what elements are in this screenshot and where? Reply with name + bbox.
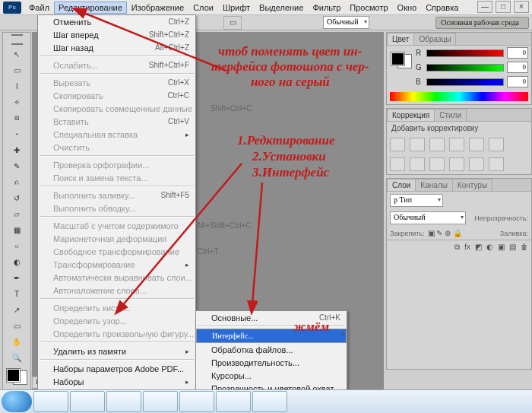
start-button[interactable] [2, 391, 32, 412]
adj-icon[interactable] [429, 138, 445, 151]
layers-panel: Слои Каналы Контуры p Тип Обычный Непроз… [386, 178, 532, 370]
adj-icon[interactable] [469, 138, 484, 151]
spectrum-ramp[interactable] [390, 92, 528, 101]
tab-paths[interactable]: Контуры [452, 179, 492, 191]
layer-filter-select[interactable]: p Тип [390, 194, 443, 207]
tab-layers[interactable]: Слои [387, 179, 416, 191]
marquee-tool[interactable]: ▭ [6, 62, 27, 78]
tab-styles[interactable]: Стили [434, 109, 467, 121]
panel-color-swatch[interactable] [390, 51, 413, 69]
eyedrop-tool[interactable]: ⁃ [6, 126, 27, 141]
r-value[interactable]: 0 [507, 47, 528, 59]
menu-item[interactable]: Курсоры... [196, 369, 347, 382]
link-icon[interactable]: ⧉ [454, 243, 460, 252]
menu-item[interactable]: Удалить из памяти▸ [38, 345, 195, 357]
maximize-button[interactable]: □ [496, 1, 511, 13]
workspace-switcher[interactable]: Основная рабочая среда [435, 17, 529, 29]
menu-item[interactable]: Наборы параметров Adobe PDF... [38, 362, 195, 375]
zoom-tool[interactable]: 🔍 [6, 350, 27, 365]
eraser-tool[interactable]: ▱ [6, 206, 27, 221]
type-tool[interactable]: T [6, 286, 27, 301]
task-button[interactable] [70, 391, 105, 412]
adj-icon[interactable] [390, 138, 405, 151]
tab-color[interactable]: Цвет [387, 33, 414, 45]
color-swatches[interactable] [5, 367, 28, 386]
brush-tool[interactable]: ✎ [6, 158, 27, 173]
tab-channels[interactable]: Каналы [415, 179, 453, 191]
adj-icon[interactable] [449, 138, 464, 151]
adjust-icons-row2 [387, 154, 531, 174]
task-button[interactable] [252, 391, 287, 412]
adj-icon[interactable] [489, 138, 504, 151]
task-button[interactable] [179, 391, 214, 412]
minimize-button[interactable]: — [477, 1, 492, 13]
menu-item[interactable]: Основные...Ctrl+K [196, 311, 347, 324]
g-value[interactable]: 0 [507, 62, 528, 73]
adj-icon[interactable] [390, 157, 405, 171]
mask-icon[interactable]: ◩ [475, 243, 482, 252]
crop-tool[interactable]: ⧈ [6, 110, 27, 125]
gradient-tool[interactable]: ▦ [6, 222, 27, 237]
lasso-tool[interactable]: ⌇ [6, 78, 27, 94]
menu-view[interactable]: Просмотр [345, 2, 392, 14]
b-slider[interactable] [426, 78, 504, 86]
adj-icon[interactable] [489, 157, 504, 171]
b-label: B [416, 78, 423, 86]
blur-tool[interactable]: ○ [6, 238, 27, 253]
layers-footer: ⧉ fx ◩ ◐ ▣ ▤ 🗑 [387, 240, 531, 254]
tab-swatches[interactable]: Образцы [413, 33, 456, 45]
menu-item[interactable]: Обработка файлов... [196, 343, 347, 356]
menu-edit[interactable]: Редактирование [54, 2, 127, 14]
fill-icon[interactable]: ◐ [486, 243, 493, 252]
menu-item[interactable]: Наборы▸ [38, 375, 195, 388]
pen-tool[interactable]: ✒ [6, 270, 27, 285]
dodge-tool[interactable]: ◐ [6, 254, 27, 269]
panel-grip-icon[interactable] [11, 34, 23, 45]
menu-select[interactable]: Выделение [255, 2, 308, 14]
adj-icon[interactable] [429, 157, 445, 171]
move-tool[interactable]: ↖ [6, 46, 27, 62]
menu-type[interactable]: Шрифт [218, 2, 255, 14]
sel-mode-icon[interactable]: ▭ [223, 16, 242, 30]
new-layer-icon[interactable]: ▤ [509, 243, 516, 252]
task-button[interactable] [216, 391, 251, 412]
menu-image[interactable]: Изображение [127, 2, 188, 14]
menu-layers[interactable]: Слои [188, 2, 218, 14]
wand-tool[interactable]: ✧ [6, 94, 27, 110]
hand-tool[interactable]: ✋ [6, 334, 27, 349]
heal-tool[interactable]: ✚ [6, 142, 27, 157]
menu-item: Свободное трансформированиеCtrl+T [38, 245, 195, 258]
adj-icon[interactable] [469, 157, 484, 171]
fx-icon[interactable]: fx [464, 243, 470, 252]
g-slider[interactable] [426, 64, 504, 71]
menu-item[interactable]: Шаг впередShift+Ctrl+Z [38, 28, 195, 41]
tab-adjust[interactable]: Коррекция [387, 109, 435, 121]
adj-icon[interactable] [410, 157, 425, 171]
task-button[interactable] [106, 391, 141, 412]
close-button[interactable]: × [514, 1, 529, 13]
path-tool[interactable]: ↗ [6, 302, 27, 317]
b-value[interactable]: 0 [507, 76, 528, 87]
task-button[interactable] [33, 391, 68, 412]
menu-item[interactable]: Интерфейс... [196, 329, 347, 343]
task-button[interactable] [143, 391, 178, 412]
opacity-label: Непрозрачность: [474, 214, 528, 222]
r-slider[interactable] [426, 49, 504, 57]
menu-item[interactable]: ОтменитьCtrl+Z [38, 15, 195, 28]
adj-icon[interactable] [410, 138, 425, 151]
menu-help[interactable]: Справка [421, 2, 463, 14]
menu-item[interactable]: Шаг назадAlt+Ctrl+Z [38, 41, 195, 54]
menu-item[interactable]: Производительность... [196, 356, 347, 369]
stamp-tool[interactable]: ⎌ [6, 174, 27, 189]
style-select[interactable]: Обычный [323, 16, 369, 29]
folder-icon[interactable]: ▣ [498, 243, 505, 252]
history-brush-tool[interactable]: ↺ [6, 190, 27, 205]
adj-icon[interactable] [449, 157, 464, 171]
shape-tool[interactable]: ▭ [6, 318, 27, 333]
blend-mode-select[interactable]: Обычный [390, 211, 466, 224]
menu-window[interactable]: Окно [393, 2, 422, 14]
menu-filter[interactable]: Фильтр [308, 2, 345, 14]
trash-icon[interactable]: 🗑 [521, 243, 528, 252]
menu-file[interactable]: Файл [24, 2, 54, 14]
fg-color-swatch[interactable] [7, 369, 20, 382]
